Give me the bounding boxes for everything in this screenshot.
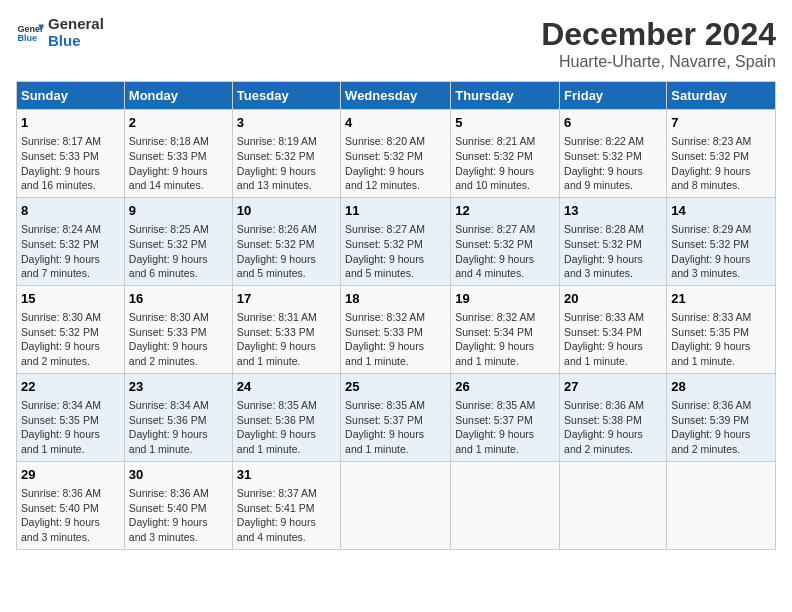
day-number: 9	[129, 202, 228, 220]
day-info: Sunrise: 8:22 AM Sunset: 5:32 PM Dayligh…	[564, 134, 662, 193]
day-number: 14	[671, 202, 771, 220]
day-number: 2	[129, 114, 228, 132]
calendar-cell: 2Sunrise: 8:18 AM Sunset: 5:33 PM Daylig…	[124, 110, 232, 198]
calendar-week-row: 22Sunrise: 8:34 AM Sunset: 5:35 PM Dayli…	[17, 373, 776, 461]
day-info: Sunrise: 8:27 AM Sunset: 5:32 PM Dayligh…	[345, 222, 446, 281]
calendar-col-header: Tuesday	[232, 82, 340, 110]
page-subtitle: Huarte-Uharte, Navarre, Spain	[541, 53, 776, 71]
day-number: 18	[345, 290, 446, 308]
calendar-cell: 24Sunrise: 8:35 AM Sunset: 5:36 PM Dayli…	[232, 373, 340, 461]
day-number: 30	[129, 466, 228, 484]
day-info: Sunrise: 8:20 AM Sunset: 5:32 PM Dayligh…	[345, 134, 446, 193]
day-info: Sunrise: 8:36 AM Sunset: 5:40 PM Dayligh…	[21, 486, 120, 545]
day-number: 11	[345, 202, 446, 220]
calendar-cell: 21Sunrise: 8:33 AM Sunset: 5:35 PM Dayli…	[667, 285, 776, 373]
calendar-cell: 15Sunrise: 8:30 AM Sunset: 5:32 PM Dayli…	[17, 285, 125, 373]
day-info: Sunrise: 8:35 AM Sunset: 5:36 PM Dayligh…	[237, 398, 336, 457]
calendar-cell: 12Sunrise: 8:27 AM Sunset: 5:32 PM Dayli…	[451, 197, 560, 285]
calendar-cell: 20Sunrise: 8:33 AM Sunset: 5:34 PM Dayli…	[560, 285, 667, 373]
logo: General Blue General Blue	[16, 16, 104, 49]
day-info: Sunrise: 8:28 AM Sunset: 5:32 PM Dayligh…	[564, 222, 662, 281]
calendar-cell: 3Sunrise: 8:19 AM Sunset: 5:32 PM Daylig…	[232, 110, 340, 198]
calendar-week-row: 8Sunrise: 8:24 AM Sunset: 5:32 PM Daylig…	[17, 197, 776, 285]
day-number: 8	[21, 202, 120, 220]
day-info: Sunrise: 8:33 AM Sunset: 5:35 PM Dayligh…	[671, 310, 771, 369]
day-number: 25	[345, 378, 446, 396]
day-number: 23	[129, 378, 228, 396]
calendar-cell: 18Sunrise: 8:32 AM Sunset: 5:33 PM Dayli…	[341, 285, 451, 373]
day-number: 24	[237, 378, 336, 396]
calendar-cell: 8Sunrise: 8:24 AM Sunset: 5:32 PM Daylig…	[17, 197, 125, 285]
day-info: Sunrise: 8:25 AM Sunset: 5:32 PM Dayligh…	[129, 222, 228, 281]
title-block: December 2024 Huarte-Uharte, Navarre, Sp…	[541, 16, 776, 71]
calendar-cell: 19Sunrise: 8:32 AM Sunset: 5:34 PM Dayli…	[451, 285, 560, 373]
calendar-cell: 28Sunrise: 8:36 AM Sunset: 5:39 PM Dayli…	[667, 373, 776, 461]
day-number: 15	[21, 290, 120, 308]
day-number: 26	[455, 378, 555, 396]
calendar-week-row: 29Sunrise: 8:36 AM Sunset: 5:40 PM Dayli…	[17, 461, 776, 549]
calendar-cell	[341, 461, 451, 549]
calendar-cell: 16Sunrise: 8:30 AM Sunset: 5:33 PM Dayli…	[124, 285, 232, 373]
calendar-col-header: Saturday	[667, 82, 776, 110]
calendar-cell: 9Sunrise: 8:25 AM Sunset: 5:32 PM Daylig…	[124, 197, 232, 285]
day-info: Sunrise: 8:24 AM Sunset: 5:32 PM Dayligh…	[21, 222, 120, 281]
calendar-cell: 22Sunrise: 8:34 AM Sunset: 5:35 PM Dayli…	[17, 373, 125, 461]
day-info: Sunrise: 8:29 AM Sunset: 5:32 PM Dayligh…	[671, 222, 771, 281]
day-number: 19	[455, 290, 555, 308]
logo-blue: Blue	[48, 33, 104, 50]
day-info: Sunrise: 8:32 AM Sunset: 5:33 PM Dayligh…	[345, 310, 446, 369]
calendar-cell: 4Sunrise: 8:20 AM Sunset: 5:32 PM Daylig…	[341, 110, 451, 198]
calendar-col-header: Monday	[124, 82, 232, 110]
calendar-cell: 6Sunrise: 8:22 AM Sunset: 5:32 PM Daylig…	[560, 110, 667, 198]
day-number: 3	[237, 114, 336, 132]
day-info: Sunrise: 8:34 AM Sunset: 5:35 PM Dayligh…	[21, 398, 120, 457]
calendar-cell: 26Sunrise: 8:35 AM Sunset: 5:37 PM Dayli…	[451, 373, 560, 461]
day-info: Sunrise: 8:36 AM Sunset: 5:40 PM Dayligh…	[129, 486, 228, 545]
calendar-cell: 30Sunrise: 8:36 AM Sunset: 5:40 PM Dayli…	[124, 461, 232, 549]
calendar-col-header: Wednesday	[341, 82, 451, 110]
calendar-cell: 14Sunrise: 8:29 AM Sunset: 5:32 PM Dayli…	[667, 197, 776, 285]
day-info: Sunrise: 8:33 AM Sunset: 5:34 PM Dayligh…	[564, 310, 662, 369]
day-info: Sunrise: 8:31 AM Sunset: 5:33 PM Dayligh…	[237, 310, 336, 369]
calendar-cell: 27Sunrise: 8:36 AM Sunset: 5:38 PM Dayli…	[560, 373, 667, 461]
day-number: 4	[345, 114, 446, 132]
calendar-col-header: Friday	[560, 82, 667, 110]
day-number: 20	[564, 290, 662, 308]
day-number: 5	[455, 114, 555, 132]
day-info: Sunrise: 8:30 AM Sunset: 5:32 PM Dayligh…	[21, 310, 120, 369]
day-number: 22	[21, 378, 120, 396]
day-number: 12	[455, 202, 555, 220]
day-number: 13	[564, 202, 662, 220]
day-info: Sunrise: 8:37 AM Sunset: 5:41 PM Dayligh…	[237, 486, 336, 545]
day-info: Sunrise: 8:35 AM Sunset: 5:37 PM Dayligh…	[345, 398, 446, 457]
calendar-body: 1Sunrise: 8:17 AM Sunset: 5:33 PM Daylig…	[17, 110, 776, 550]
day-info: Sunrise: 8:35 AM Sunset: 5:37 PM Dayligh…	[455, 398, 555, 457]
page-header: General Blue General Blue December 2024 …	[16, 16, 776, 71]
calendar-cell: 31Sunrise: 8:37 AM Sunset: 5:41 PM Dayli…	[232, 461, 340, 549]
calendar-cell: 1Sunrise: 8:17 AM Sunset: 5:33 PM Daylig…	[17, 110, 125, 198]
calendar-cell: 23Sunrise: 8:34 AM Sunset: 5:36 PM Dayli…	[124, 373, 232, 461]
day-info: Sunrise: 8:23 AM Sunset: 5:32 PM Dayligh…	[671, 134, 771, 193]
day-info: Sunrise: 8:19 AM Sunset: 5:32 PM Dayligh…	[237, 134, 336, 193]
day-info: Sunrise: 8:26 AM Sunset: 5:32 PM Dayligh…	[237, 222, 336, 281]
calendar-header-row: SundayMondayTuesdayWednesdayThursdayFrid…	[17, 82, 776, 110]
calendar-cell: 7Sunrise: 8:23 AM Sunset: 5:32 PM Daylig…	[667, 110, 776, 198]
day-info: Sunrise: 8:36 AM Sunset: 5:38 PM Dayligh…	[564, 398, 662, 457]
day-info: Sunrise: 8:34 AM Sunset: 5:36 PM Dayligh…	[129, 398, 228, 457]
calendar-cell: 5Sunrise: 8:21 AM Sunset: 5:32 PM Daylig…	[451, 110, 560, 198]
calendar-cell: 17Sunrise: 8:31 AM Sunset: 5:33 PM Dayli…	[232, 285, 340, 373]
calendar-cell	[451, 461, 560, 549]
calendar-cell: 13Sunrise: 8:28 AM Sunset: 5:32 PM Dayli…	[560, 197, 667, 285]
day-info: Sunrise: 8:17 AM Sunset: 5:33 PM Dayligh…	[21, 134, 120, 193]
day-number: 1	[21, 114, 120, 132]
day-number: 7	[671, 114, 771, 132]
calendar-table: SundayMondayTuesdayWednesdayThursdayFrid…	[16, 81, 776, 550]
calendar-cell: 25Sunrise: 8:35 AM Sunset: 5:37 PM Dayli…	[341, 373, 451, 461]
calendar-col-header: Sunday	[17, 82, 125, 110]
day-number: 28	[671, 378, 771, 396]
calendar-cell	[667, 461, 776, 549]
calendar-col-header: Thursday	[451, 82, 560, 110]
calendar-week-row: 1Sunrise: 8:17 AM Sunset: 5:33 PM Daylig…	[17, 110, 776, 198]
day-number: 6	[564, 114, 662, 132]
day-number: 16	[129, 290, 228, 308]
